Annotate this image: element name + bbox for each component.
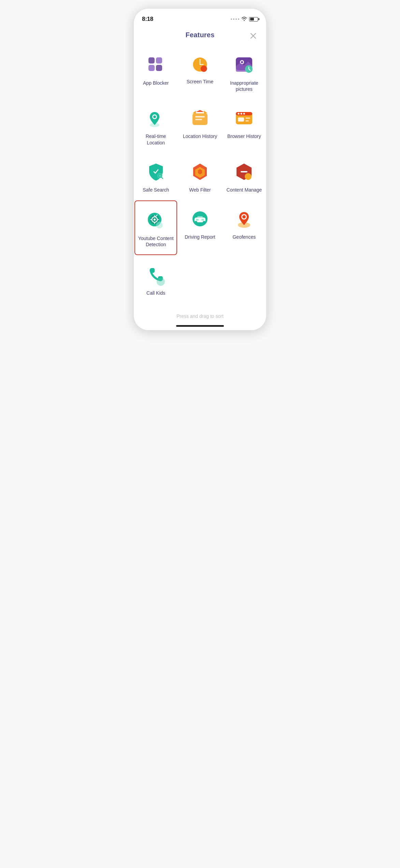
screen-time-icon: [190, 54, 210, 74]
svg-rect-28: [238, 117, 244, 122]
svg-rect-2: [148, 57, 155, 64]
youtube-content-icon: [145, 209, 167, 231]
feature-label-safe-search: Safe Search: [143, 187, 169, 193]
content-manage-icon: [233, 161, 255, 183]
svg-rect-20: [195, 119, 202, 120]
feature-label-screen-time: Screen Time: [187, 79, 214, 85]
feature-realtime-location[interactable]: Real-time Location: [134, 99, 178, 152]
home-bar: [176, 325, 224, 327]
bottom-hint: Press and drag to sort: [134, 303, 266, 325]
signal-dots-icon: [231, 18, 239, 20]
svg-point-55: [195, 221, 197, 224]
svg-point-56: [203, 221, 205, 224]
browser-history-icon: [233, 107, 255, 129]
feature-label-call-kids: Call Kids: [146, 290, 165, 296]
svg-marker-21: [192, 111, 196, 113]
svg-rect-5: [156, 65, 162, 71]
svg-rect-4: [148, 65, 155, 71]
svg-point-50: [154, 219, 156, 221]
feature-label-youtube-content: Youtube Content Detection: [138, 235, 174, 248]
phone-frame: 8:18 Features: [133, 8, 267, 331]
feature-label-inappropriate: Inappropriate pictures: [225, 80, 263, 92]
feature-geofences[interactable]: Geofences: [222, 200, 266, 256]
wifi-icon: [241, 16, 247, 22]
feature-label-driving-report: Driving Report: [185, 234, 215, 240]
features-grid: App Blocker Screen Time: [134, 42, 266, 303]
location-history-icon: [189, 107, 211, 129]
svg-rect-57: [197, 216, 203, 219]
svg-point-16: [153, 115, 156, 118]
svg-point-62: [242, 215, 246, 219]
page-header: Features: [134, 25, 266, 42]
feature-screen-time[interactable]: Screen Time: [178, 46, 222, 99]
feature-label-content-manage: Content Manage: [227, 187, 262, 193]
svg-point-26: [241, 113, 242, 115]
svg-point-12: [241, 61, 243, 63]
svg-point-63: [157, 278, 165, 286]
battery-icon: [249, 17, 258, 22]
svg-point-7: [201, 66, 207, 72]
svg-rect-29: [245, 117, 250, 119]
svg-point-52: [156, 222, 163, 228]
svg-rect-30: [245, 120, 249, 122]
svg-marker-22: [204, 111, 208, 113]
geofences-icon: [233, 208, 255, 230]
feature-web-filter[interactable]: Web Filter: [178, 153, 222, 200]
safe-search-icon: [145, 161, 167, 183]
feature-content-manage[interactable]: Content Manage: [222, 153, 266, 200]
page-title: Features: [186, 31, 215, 39]
svg-rect-3: [156, 57, 162, 64]
call-kids-icon: [145, 264, 167, 286]
svg-point-27: [243, 113, 245, 115]
status-icons: [231, 16, 258, 22]
status-time: 8:18: [142, 16, 153, 23]
svg-rect-41: [241, 171, 247, 172]
svg-rect-19: [195, 116, 205, 117]
realtime-location-icon: [145, 107, 167, 129]
feature-call-kids[interactable]: Call Kids: [134, 256, 178, 303]
svg-point-25: [238, 113, 240, 115]
feature-label-realtime-location: Real-time Location: [137, 133, 175, 145]
feature-label-location-history: Location History: [183, 133, 217, 139]
home-indicator: [134, 325, 266, 330]
feature-label-browser-history: Browser History: [227, 133, 261, 139]
svg-rect-58: [196, 219, 199, 221]
feature-label-geofences: Geofences: [232, 234, 256, 240]
feature-label-app-blocker: App Blocker: [143, 80, 169, 86]
svg-rect-59: [201, 219, 204, 221]
inappropriate-icon: [233, 54, 255, 76]
feature-location-history[interactable]: Location History: [178, 99, 222, 152]
web-filter-icon: [189, 161, 211, 183]
feature-youtube-content[interactable]: Youtube Content Detection: [134, 200, 177, 255]
app-blocker-icon: [145, 54, 167, 76]
feature-browser-history[interactable]: Browser History: [222, 99, 266, 152]
feature-inappropriate[interactable]: Inappropriate pictures: [222, 46, 266, 99]
feature-label-web-filter: Web Filter: [189, 187, 211, 193]
close-button[interactable]: [248, 31, 258, 41]
status-bar: 8:18: [134, 9, 266, 25]
svg-point-42: [245, 173, 252, 180]
feature-app-blocker[interactable]: App Blocker: [134, 46, 178, 99]
feature-safe-search[interactable]: Safe Search: [134, 153, 178, 200]
driving-report-icon: [189, 208, 211, 230]
svg-line-36: [161, 177, 163, 179]
svg-marker-18: [196, 110, 204, 112]
feature-driving-report[interactable]: Driving Report: [178, 200, 222, 256]
